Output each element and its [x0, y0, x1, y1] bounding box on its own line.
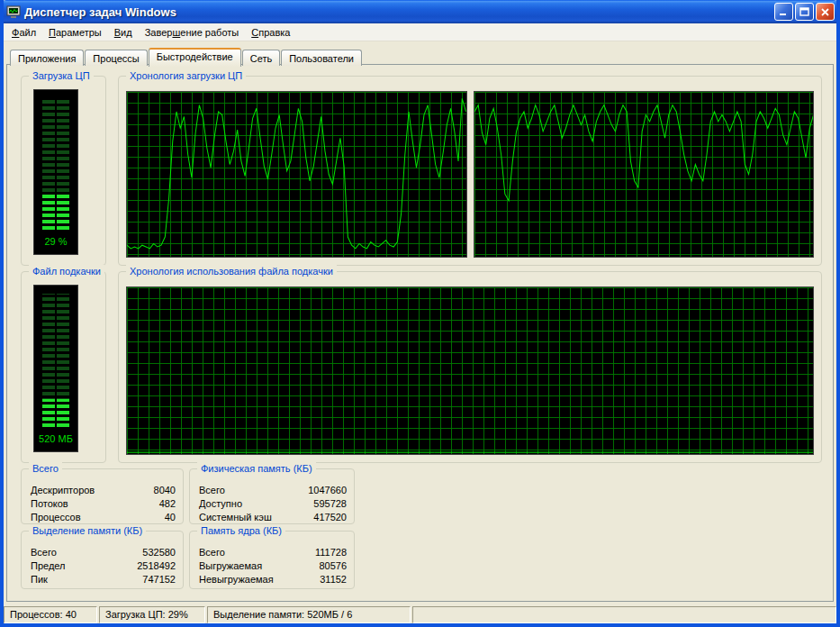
kernel-memory-group-title: Память ядра (КБ) [197, 524, 285, 537]
menu-help[interactable]: Справка [245, 25, 296, 40]
stat-label: Пик [31, 573, 48, 586]
stat-value: 532580 [142, 546, 176, 559]
stat-row: Невыгружаемая31152 [199, 573, 347, 586]
menu-view[interactable]: Вид [108, 25, 139, 40]
cpu-history-group: Хронология загрузки ЦП [118, 76, 822, 266]
cpu-history-graph-1 [126, 91, 467, 258]
stat-row: Пик747152 [31, 573, 176, 586]
stat-label: Выгружаемая [199, 559, 262, 573]
stat-label: Всего [199, 546, 225, 559]
physical-memory-group-title: Физическая память (КБ) [197, 462, 316, 475]
minimize-button[interactable] [774, 3, 793, 21]
pagefile-history-group: Хронология использования файла подкачки [118, 271, 822, 463]
kernel-memory-group: Память ядра (КБ) Всего111728 Выгружаемая… [189, 531, 355, 589]
pagefile-history-graph [126, 286, 814, 455]
stat-row: Доступно595728 [199, 497, 347, 511]
stat-row: Процессов40 [31, 511, 176, 524]
status-filler [412, 606, 836, 623]
stat-row: Выгружаемая80576 [199, 559, 347, 573]
totals-group: Всего Дескрипторов8040 Потоков482 Процес… [21, 468, 184, 524]
stat-row: Всего532580 [31, 546, 176, 559]
menu-file[interactable]: Файл [5, 25, 42, 40]
stat-value: 111728 [315, 546, 347, 559]
stat-row: Потоков482 [31, 497, 176, 511]
stat-value: 8040 [154, 484, 176, 497]
stat-value: 747152 [142, 573, 176, 586]
pagefile-usage-group-title: Файл подкачки [29, 265, 104, 277]
cpu-usage-gauge: 29 % [33, 89, 78, 255]
stat-row: Всего1047660 [199, 484, 347, 497]
pagefile-usage-group: Файл подкачки 520 МБ [21, 271, 106, 463]
menu-options[interactable]: Параметры [42, 25, 108, 40]
stat-value: 595728 [313, 497, 347, 511]
cpu-history-graph-2 [474, 91, 815, 258]
menubar: Файл Параметры Вид Завершение работы Спр… [4, 23, 836, 41]
stat-value: 417520 [313, 511, 347, 524]
stat-label: Дескрипторов [31, 484, 95, 497]
window-title: Диспетчер задач Windows [24, 5, 774, 19]
performance-page: Загрузка ЦП 29 % Хронология загрузки ЦП [6, 64, 834, 602]
stat-value: 40 [165, 511, 176, 524]
pagefile-usage-gauge: 520 МБ [33, 285, 78, 452]
stat-label: Потоков [31, 497, 68, 511]
tab-strip: Приложения Процессы Быстродействие Сеть … [10, 47, 363, 65]
cpu-usage-group: Загрузка ЦП 29 % [21, 76, 106, 266]
pagefile-led-meter [42, 294, 69, 427]
minimize-icon [779, 7, 789, 17]
stat-label: Предел [31, 559, 66, 573]
stat-value: 2518492 [137, 559, 176, 573]
cpu-led-meter [42, 98, 69, 230]
commit-charge-group: Выделение памяти (КБ) Всего532580 Предел… [21, 531, 184, 589]
tab-network[interactable]: Сеть [242, 50, 280, 66]
stat-row: Предел2518492 [31, 559, 176, 573]
totals-group-title: Всего [29, 462, 62, 475]
close-button[interactable] [816, 3, 835, 21]
maximize-button[interactable] [795, 3, 814, 21]
stat-value: 482 [159, 497, 176, 511]
task-manager-window: Диспетчер задач Windows Файл Параметры В… [0, 0, 840, 627]
stat-label: Процессов [31, 511, 81, 524]
status-cpu-usage: Загрузка ЦП: 29% [99, 606, 205, 623]
physical-memory-group: Физическая память (КБ) Всего1047660 Дост… [189, 468, 355, 524]
titlebar[interactable]: Диспетчер задач Windows [0, 0, 840, 23]
stat-row: Дескрипторов8040 [31, 484, 176, 497]
tab-users[interactable]: Пользователи [281, 50, 362, 66]
cpu-usage-group-title: Загрузка ЦП [29, 69, 94, 82]
titlebar-buttons [774, 3, 835, 21]
stat-label: Всего [199, 484, 225, 497]
cpu-history-group-title: Хронология загрузки ЦП [126, 69, 246, 82]
tab-applications[interactable]: Приложения [10, 50, 84, 66]
app-icon[interactable] [6, 5, 21, 19]
commit-charge-group-title: Выделение памяти (КБ) [29, 524, 146, 537]
stat-label: Доступно [199, 497, 242, 511]
stat-label: Невыгружаемая [199, 573, 274, 586]
maximize-icon [799, 7, 809, 17]
menu-shutdown[interactable]: Завершение работы [139, 25, 246, 40]
pagefile-usage-value: 520 МБ [39, 433, 73, 444]
stat-value: 1047660 [308, 484, 347, 497]
tab-performance[interactable]: Быстродействие [149, 48, 241, 67]
cpu-usage-value: 29 % [44, 236, 67, 247]
status-commit-charge: Выделение памяти: 520МБ / 6 [207, 606, 411, 623]
stat-label: Всего [31, 546, 57, 559]
statusbar: Процессов: 40 Загрузка ЦП: 29% Выделение… [4, 604, 836, 623]
tab-processes[interactable]: Процессы [85, 50, 147, 66]
stat-label: Системный кэш [199, 511, 272, 524]
pagefile-history-group-title: Хронология использования файла подкачки [126, 265, 337, 277]
close-icon [820, 7, 830, 17]
stat-row: Всего111728 [199, 546, 347, 559]
stat-value: 80576 [319, 559, 347, 573]
status-processes: Процессов: 40 [4, 606, 97, 623]
stat-row: Системный кэш417520 [199, 511, 347, 524]
stat-value: 31152 [320, 573, 347, 586]
